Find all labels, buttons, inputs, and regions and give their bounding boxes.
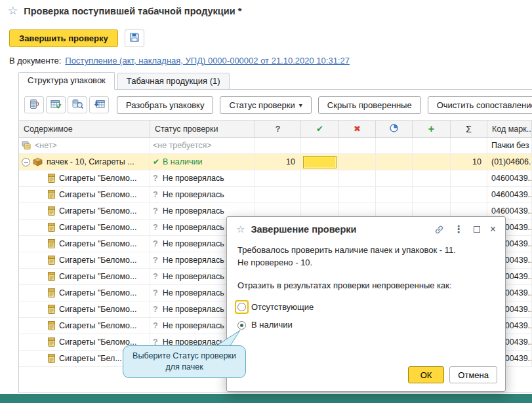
barcode-scanner-button[interactable] (24, 96, 44, 113)
maximize-box (474, 226, 480, 233)
more-icon[interactable]: ⋮ (454, 223, 464, 235)
finish-check-button[interactable]: Завершить проверку (9, 29, 118, 47)
page-title: Проверка поступившей табачной продукции … (24, 6, 241, 16)
content-cell: Сигареты "Беломо... (19, 318, 150, 334)
dialog-message-line2: Не проверено - 10. (237, 257, 495, 269)
column-header-code[interactable]: Код марк... (487, 121, 532, 137)
maximize-icon[interactable] (474, 226, 480, 233)
column-header-status[interactable]: Статус проверки (150, 121, 255, 137)
tab-bar: Структура упаковок Табачная продукция (1… (18, 72, 232, 90)
table-row[interactable]: <нет><не требуется>Пачки без (19, 138, 532, 154)
content-cell: Сигареты "Беломо... (19, 301, 150, 317)
cigarette-pack-icon (48, 206, 55, 216)
column-header-absent[interactable]: ✖ (339, 121, 376, 137)
load-data-button[interactable] (89, 96, 109, 113)
content-cell: Сигареты "Беломо... (19, 269, 150, 284)
titlebar: ☆ Проверка поступившей табачной продукци… (8, 5, 241, 16)
check-status-menu-label: Статус проверки (229, 100, 295, 110)
active-edit-cell[interactable] (303, 156, 337, 168)
hint-line1: Выберите Статус проверки (133, 351, 236, 362)
marking-code-cell: (01)04606... (487, 154, 532, 170)
column-header-partial[interactable] (376, 121, 413, 137)
content-cell: Сигареты "Беломо... (19, 220, 150, 235)
status-cell: ?Не проверялась (150, 187, 255, 202)
content-cell: Сигареты "Беломо... (19, 187, 150, 202)
unchecked-qty-cell (255, 187, 301, 202)
marking-code-cell: 04600439... (487, 170, 532, 186)
hide-checked-label: Скрыть проверенные (327, 100, 412, 110)
question-icon: ? (153, 239, 158, 248)
marking-code-cell: Пачки без (487, 138, 532, 153)
cigarette-pack-icon (48, 190, 55, 199)
table-load-icon (94, 99, 105, 111)
table-check-icon (51, 99, 62, 111)
unpack-button[interactable]: Разобрать упаковку (117, 96, 213, 114)
clear-mapping-button[interactable]: Очистить сопоставление (428, 96, 532, 114)
total-qty-cell (451, 170, 487, 186)
unchecked-qty-cell (255, 170, 301, 186)
question-icon: ? (153, 272, 158, 281)
close-icon[interactable]: × (490, 223, 496, 235)
dialog-window-controls: ⋮ × (434, 223, 496, 235)
package-icon (33, 157, 43, 166)
dialog-header: ☆ Завершение проверки ⋮ × (227, 217, 505, 238)
tab-package-structure[interactable]: Структура упаковок (18, 72, 115, 90)
hint-callout: Выберите Статус проверки для пачек (123, 345, 246, 378)
document-label: В документе: (9, 56, 61, 66)
radio-option-present[interactable]: В наличии (237, 319, 495, 332)
table-row[interactable]: пачек - 10, Сигареты ...✔В наличии1010(0… (19, 154, 532, 170)
cigarette-pack-icon (48, 288, 55, 297)
cigarette-pack-icon (48, 321, 55, 330)
hide-checked-button[interactable]: Скрыть проверенные (318, 96, 421, 114)
unchecked-qty-cell: 10 (255, 154, 301, 170)
pie-icon (390, 124, 398, 134)
content-cell: Сигареты "Беломо... (19, 203, 150, 219)
extra-qty-cell (413, 187, 451, 202)
status-cell: ?Не проверялась (150, 170, 255, 186)
radio-option-absent[interactable]: Отсутствующие (237, 301, 495, 314)
dialog-favorite-star-icon[interactable]: ☆ (236, 223, 245, 235)
cancel-button[interactable]: Отмена (449, 366, 497, 383)
toolbar-button-group: Разобрать упаковку Статус проверки▾ Скры… (117, 96, 532, 114)
table-row[interactable]: Сигареты "Беломо...?Не проверялась046004… (19, 187, 532, 203)
column-header-extra[interactable]: + (413, 121, 451, 137)
table-row[interactable]: Сигареты "Беломо...?Не проверялась046004… (19, 170, 532, 187)
find-by-scanner-button[interactable] (68, 96, 87, 113)
cross-icon: ✖ (354, 124, 361, 134)
partial-qty-cell (376, 187, 413, 202)
link-icon[interactable] (434, 225, 444, 235)
partial-qty-cell (376, 170, 413, 186)
document-link[interactable]: Поступление (акт, накладная, УПД) 0000-0… (65, 56, 350, 66)
content-cell: Сигареты "Беломо... (19, 170, 150, 186)
marking-code-cell: 04600439... (487, 187, 532, 202)
save-button[interactable] (125, 29, 144, 47)
absent-qty-cell (339, 138, 376, 153)
cigarette-pack-icon (48, 305, 55, 314)
column-header-unchecked[interactable]: ? (255, 121, 301, 137)
app-window: ☆ Проверка поступившей табачной продукци… (0, 0, 532, 403)
total-qty-cell: 10 (451, 154, 487, 170)
column-header-present[interactable]: ✔ (301, 121, 339, 137)
question-icon: ? (153, 288, 158, 297)
save-icon (129, 32, 140, 45)
tab-tobacco-products[interactable]: Табачная продукция (1) (117, 73, 230, 90)
ok-button[interactable]: ОК (408, 366, 445, 383)
favorite-star-icon[interactable]: ☆ (8, 5, 18, 16)
hint-line2: для пачек (165, 362, 203, 373)
check-status-menu-button[interactable]: Статус проверки▾ (220, 96, 311, 114)
check-icon: ✔ (153, 157, 159, 166)
extra-qty-cell (413, 154, 451, 170)
content-cell: пачек - 10, Сигареты ... (19, 154, 150, 170)
dialog-message-line1: Требовалось проверить наличие пачек и уп… (237, 244, 495, 257)
cigarette-pack-icon (48, 174, 55, 183)
radio-absent-circle[interactable] (237, 303, 246, 311)
radio-present-label: В наличии (251, 319, 293, 332)
collapse-icon[interactable] (22, 158, 30, 166)
column-header-content[interactable]: Содержимое (19, 121, 150, 137)
cigarette-pack-icon (48, 354, 55, 363)
column-header-total[interactable]: Σ (451, 121, 487, 137)
document-line: В документе:Поступление (акт, накладная,… (9, 56, 350, 66)
stack-icon (22, 141, 31, 150)
total-qty-cell (451, 187, 487, 202)
verification-table-button[interactable] (46, 96, 66, 113)
